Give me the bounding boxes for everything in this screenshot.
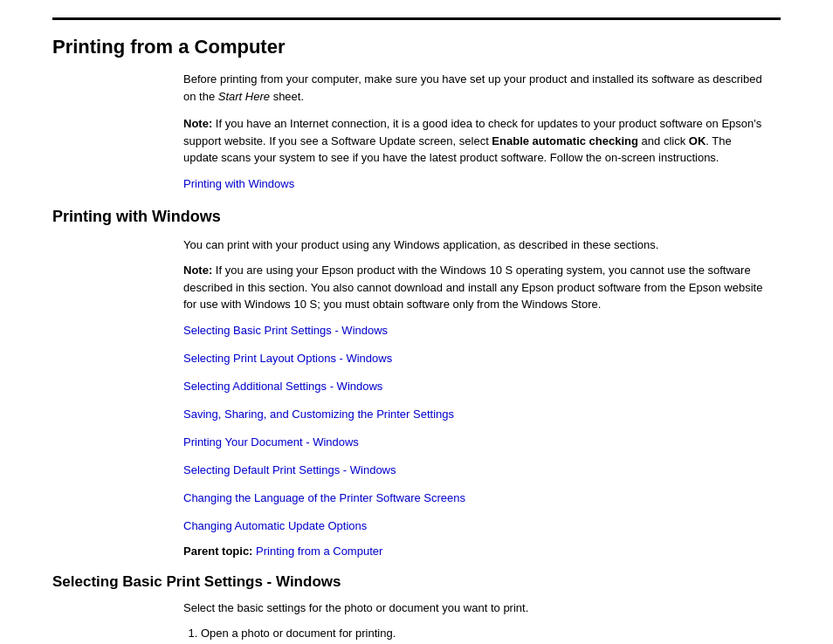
section1-links-list: Selecting Basic Print Settings - Windows…	[183, 324, 763, 532]
section1-block: You can print with your product using an…	[183, 236, 763, 558]
section2-steps: Open a photo or document for printing.	[201, 625, 763, 642]
link-default-print-settings[interactable]: Selecting Default Print Settings - Windo…	[183, 463, 763, 476]
printing-with-windows-link[interactable]: Printing with Windows	[183, 177, 294, 190]
section1-body-para: You can print with your product using an…	[183, 236, 763, 254]
section2-block: Select the basic settings for the photo …	[183, 599, 763, 642]
note-label-2: Note:	[183, 264, 212, 277]
start-here-italic: Start Here	[218, 90, 270, 103]
top-rule	[52, 17, 781, 20]
parent-topic-line: Parent topic: Printing from a Computer	[183, 545, 763, 558]
section2-heading: Selecting Basic Print Settings - Windows	[52, 573, 781, 591]
link-printing-document[interactable]: Printing Your Document - Windows	[183, 435, 763, 449]
link-additional-settings[interactable]: Selecting Additional Settings - Windows	[183, 380, 763, 393]
section2-body-para: Select the basic settings for the photo …	[183, 599, 763, 617]
intro-para: Before printing from your computer, make…	[183, 71, 763, 105]
link-saving-sharing[interactable]: Saving, Sharing, and Customizing the Pri…	[183, 408, 763, 421]
intro-block: Before printing from your computer, make…	[183, 71, 763, 190]
section1-note-text: If you are using your Epson product with…	[183, 264, 762, 311]
intro-text-after: sheet.	[270, 90, 304, 103]
link-change-language[interactable]: Changing the Language of the Printer Sof…	[183, 491, 763, 504]
link-basic-print-settings[interactable]: Selecting Basic Print Settings - Windows	[183, 324, 763, 337]
parent-topic-link[interactable]: Printing from a Computer	[256, 545, 382, 558]
section1-note-para: Note: If you are using your Epson produc…	[183, 262, 763, 313]
enable-auto-checking-bold: Enable automatic checking	[492, 134, 638, 147]
link-layout-options[interactable]: Selecting Print Layout Options - Windows	[183, 352, 763, 365]
main-heading: Printing from a Computer	[52, 36, 781, 58]
link-auto-update[interactable]: Changing Automatic Update Options	[183, 519, 763, 532]
note-para: Note: If you have an Internet connection…	[183, 115, 763, 167]
note-text-2: and click	[638, 134, 689, 147]
page-container: Printing from a Computer Before printing…	[0, 17, 833, 644]
section1-heading: Printing with Windows	[52, 208, 781, 226]
parent-topic-label: Parent topic:	[183, 545, 252, 558]
content-area: Printing from a Computer Before printing…	[0, 36, 833, 644]
note-label-1: Note:	[183, 117, 212, 130]
step-1: Open a photo or document for printing.	[201, 625, 763, 642]
ok-bold: OK	[689, 134, 706, 147]
